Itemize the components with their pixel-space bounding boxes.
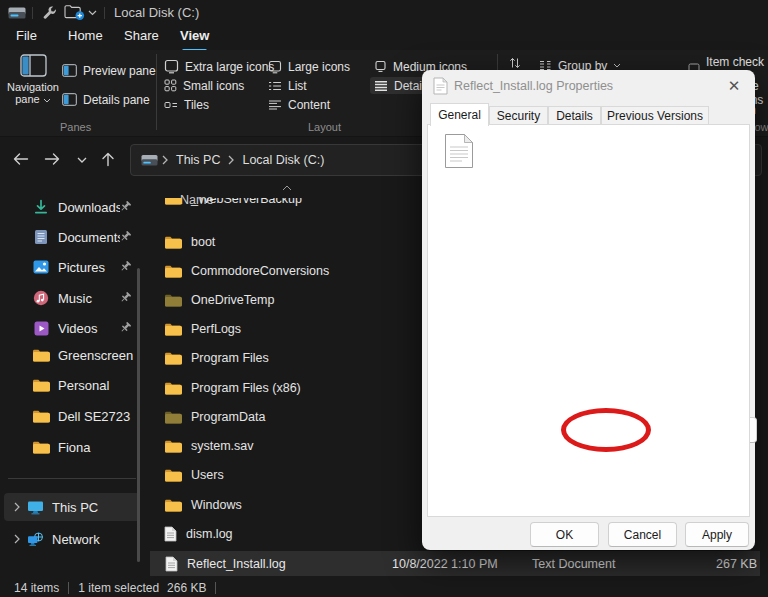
file-row[interactable]: _WebServerBackup — [150, 198, 420, 211]
file-row[interactable]: Users — [150, 463, 420, 487]
sort-by-icon[interactable] — [508, 56, 522, 70]
cancel-button[interactable]: Cancel — [608, 522, 677, 547]
details-pane-button[interactable]: Details pane — [62, 91, 150, 108]
close-icon[interactable]: ✕ — [721, 74, 747, 98]
file-name: dism.log — [186, 527, 233, 541]
sidebar-item-videos[interactable]: Videos — [4, 314, 140, 342]
sidebar-item-documents[interactable]: Documents — [4, 223, 140, 251]
file-name: Windows — [191, 498, 242, 512]
view-option-small-icons[interactable]: Small icons — [164, 77, 244, 94]
sidebar-item-label: Network — [52, 532, 140, 547]
sidebar-item-dell-se2723[interactable]: Dell SE2723 — [4, 402, 140, 430]
drive-icon — [8, 6, 26, 20]
folder-dim-icon — [164, 293, 182, 308]
sidebar-item-pictures[interactable]: Pictures — [4, 253, 140, 281]
view-option-extra-large-icons[interactable]: Extra large icons — [164, 58, 274, 75]
document-icon — [433, 77, 448, 95]
tab-view[interactable]: View — [180, 28, 209, 48]
folder-icon — [32, 348, 50, 363]
sidebar-item-greenscreen[interactable]: Greenscreen — [4, 341, 140, 369]
documents-icon — [34, 229, 48, 245]
tab-file[interactable]: File — [16, 28, 37, 48]
file-row-selected[interactable]: Reflect_Install.log 10/8/2022 1:10 PM Te… — [150, 551, 760, 576]
preview-pane-button[interactable]: Preview pane — [62, 62, 156, 79]
dialog-tab-general[interactable]: General — [430, 103, 489, 126]
file-icon — [165, 556, 178, 572]
file-name: _WebServerBackup — [191, 198, 302, 206]
file-name: boot — [191, 235, 215, 249]
apply-button[interactable]: Apply — [685, 522, 749, 547]
sidebar-item-music[interactable]: Music — [4, 284, 140, 312]
sidebar-item-downloads[interactable]: Downloads — [4, 193, 140, 221]
chevron-right-icon — [10, 534, 24, 544]
sidebar-item-fiona[interactable]: Fiona — [4, 433, 140, 461]
pin-icon — [120, 322, 132, 334]
view-option-tiles[interactable]: Tiles — [164, 96, 209, 113]
layout-group-label: Layout — [308, 121, 341, 133]
status-divider — [215, 582, 216, 594]
file-row[interactable]: system.sav — [150, 434, 420, 458]
file-row[interactable]: PerfLogs — [150, 317, 420, 341]
folder-icon — [32, 378, 50, 393]
red-highlight-circle — [561, 408, 651, 452]
breadcrumb-this-pc[interactable]: This PC — [172, 153, 224, 167]
file-row[interactable]: Program Files (x86) — [150, 376, 420, 400]
titlebar-divider — [32, 7, 33, 19]
sidebar-item-label: This PC — [52, 500, 140, 515]
sidebar-scrollbar[interactable] — [137, 268, 140, 562]
ok-button[interactable]: OK — [530, 522, 599, 547]
breadcrumb-chevron-icon — [224, 155, 238, 165]
file-name: Users — [191, 468, 224, 482]
dialog-tab-previous-versions[interactable]: Previous Versions — [601, 106, 709, 125]
breadcrumb-local-disk[interactable]: Local Disk (C:) — [238, 153, 328, 167]
title-bar: Local Disk (C:) — [0, 0, 768, 26]
file-row[interactable]: OneDriveTemp — [150, 288, 420, 312]
tab-share[interactable]: Share — [124, 28, 159, 48]
chevron-down-icon[interactable] — [88, 10, 97, 16]
file-row[interactable]: boot — [150, 230, 420, 254]
tab-home[interactable]: Home — [68, 28, 103, 48]
selected-file-name: Reflect_Install.log — [187, 557, 392, 571]
view-option-content[interactable]: Content — [268, 96, 330, 113]
sidebar-item-label: Dell SE2723 — [58, 409, 140, 424]
navigation-pane-icon — [20, 54, 47, 77]
items-count: 14 items — [14, 581, 59, 595]
sidebar-item-network[interactable]: Network — [4, 525, 140, 553]
extra-large-icon — [164, 59, 179, 74]
file-name: Program Files — [191, 351, 269, 365]
file-name: Program Files (x86) — [191, 381, 301, 395]
file-row[interactable]: CommodoreConversions — [150, 259, 420, 283]
up-button[interactable] — [96, 147, 120, 171]
sidebar-divider — [8, 478, 136, 479]
small-icons-icon — [164, 79, 177, 92]
new-folder-icon[interactable] — [64, 4, 85, 21]
recent-locations-chevron-icon[interactable] — [70, 148, 94, 172]
wrench-icon[interactable] — [42, 5, 58, 21]
dialog-tab-details[interactable]: Details — [548, 106, 601, 125]
sidebar-item-label: Downloads — [58, 200, 120, 215]
view-option-large-icons[interactable]: Large icons — [268, 58, 350, 75]
file-row[interactable]: Program Files — [150, 346, 420, 370]
file-row[interactable]: dism.log — [150, 522, 420, 546]
sidebar-item-label: Personal — [58, 378, 140, 393]
back-button[interactable] — [8, 147, 32, 171]
dialog-tab-security[interactable]: Security — [489, 106, 548, 125]
selected-file-size: 267 KB — [672, 557, 757, 571]
this-pc-icon — [27, 500, 44, 515]
list-icon — [268, 80, 282, 92]
sort-ascending-icon — [282, 185, 292, 191]
file-row[interactable]: Windows — [150, 493, 420, 517]
selection-count: 1 item selected — [78, 581, 159, 595]
network-icon — [27, 532, 44, 547]
navigation-pane-button[interactable]: Navigation pane — [6, 54, 60, 126]
file-row[interactable]: ProgramData — [150, 405, 420, 429]
sidebar-item-personal[interactable]: Personal — [4, 371, 140, 399]
sidebar-item-label: Music — [58, 291, 120, 306]
forward-button[interactable] — [40, 147, 64, 171]
folder-icon — [164, 498, 182, 513]
file-name: OneDriveTemp — [191, 293, 274, 307]
sidebar-item-this-pc[interactable]: This PC — [4, 493, 140, 521]
panes-group-label: Panes — [60, 121, 91, 133]
view-option-list[interactable]: List — [268, 77, 307, 94]
file-name: ProgramData — [191, 410, 265, 424]
